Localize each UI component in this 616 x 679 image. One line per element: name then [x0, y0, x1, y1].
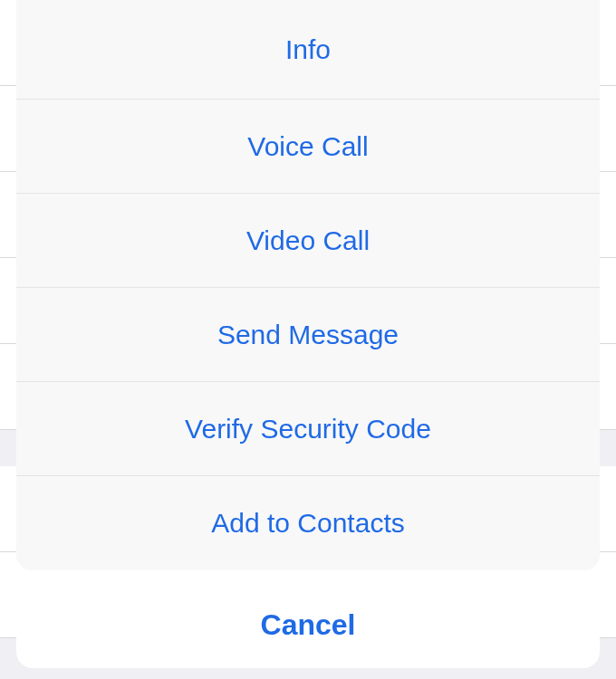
cancel-label: Cancel — [261, 608, 356, 642]
verify-security-code-action[interactable]: Verify Security Code — [16, 382, 600, 476]
video-call-action[interactable]: Video Call — [16, 194, 600, 288]
action-sheet: Info Voice Call Video Call Send Message … — [16, 0, 600, 570]
action-label: Verify Security Code — [185, 414, 431, 445]
info-action[interactable]: Info — [16, 0, 600, 100]
send-message-action[interactable]: Send Message — [16, 288, 600, 382]
action-label: Send Message — [217, 320, 399, 350]
action-label: Voice Call — [247, 131, 368, 162]
voice-call-action[interactable]: Voice Call — [16, 100, 600, 194]
action-label: Info — [285, 34, 331, 65]
add-to-contacts-action[interactable]: Add to Contacts — [16, 476, 600, 570]
action-label: Video Call — [246, 225, 370, 256]
action-label: Add to Contacts — [211, 508, 404, 539]
cancel-button[interactable]: Cancel — [16, 581, 600, 668]
